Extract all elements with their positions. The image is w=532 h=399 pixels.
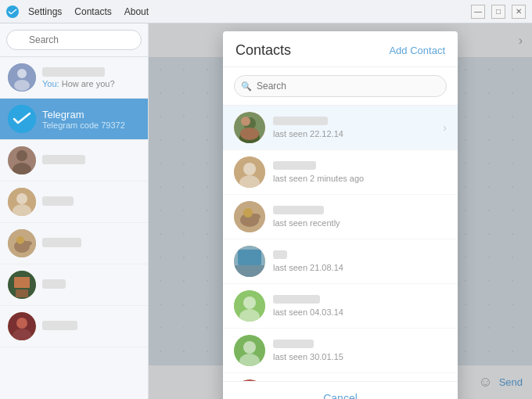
chat-name [42, 67, 115, 79]
chat-info [42, 279, 66, 291]
contacts-list: last seen 22.12.14 › [223, 106, 458, 381]
svg-point-31 [251, 214, 261, 220]
title-bar-menu: Settings Contacts About [28, 6, 149, 17]
chat-info [42, 321, 77, 332]
contact-name [273, 295, 447, 307]
chat-name [42, 238, 81, 250]
contact-avatar [234, 246, 265, 277]
contact-info: last seen 22.12.14 [273, 117, 443, 138]
menu-contacts[interactable]: Contacts [74, 6, 111, 17]
chat-item[interactable] [0, 223, 148, 264]
svg-point-9 [16, 193, 27, 204]
contact-name [273, 340, 447, 351]
contact-item[interactable]: last seen 30.01.15 [223, 329, 458, 373]
maximize-button[interactable]: □ [491, 5, 505, 19]
contact-info: last seen 2 minutes ago [273, 161, 447, 183]
contact-info: last seen 30.01.15 [273, 340, 447, 361]
app-logo [6, 5, 19, 18]
chat-preview: You: How are you? [42, 79, 115, 88]
contact-item[interactable]: last seen 2 minutes ago [223, 150, 458, 195]
chat-name [42, 321, 77, 332]
chat-info [42, 155, 85, 167]
chat-preview: Telegram code 79372 [42, 120, 125, 130]
avatar [8, 271, 36, 299]
minimize-button[interactable]: — [471, 5, 485, 19]
sidebar-search-input[interactable] [6, 30, 142, 50]
avatar [8, 63, 36, 92]
chat-item[interactable] [0, 264, 148, 306]
contact-name: e [273, 250, 447, 262]
svg-rect-34 [238, 250, 261, 265]
title-bar-controls: — □ ✕ [471, 5, 526, 19]
chat-name [42, 279, 66, 291]
avatar [8, 229, 36, 257]
svg-point-24 [241, 117, 250, 126]
svg-point-37 [243, 297, 256, 309]
avatar [8, 146, 36, 174]
chat-info: You: How are you? [42, 67, 115, 88]
svg-point-19 [16, 318, 27, 329]
contact-item[interactable]: last seen recently [223, 195, 458, 239]
chat-item[interactable] [0, 140, 148, 182]
modal-search-input[interactable] [234, 75, 447, 97]
contact-name [273, 117, 443, 128]
contact-item[interactable]: e last seen 21.08.14 [223, 239, 458, 284]
svg-point-32 [243, 208, 253, 217]
avatar [8, 312, 36, 340]
sidebar: 🔍 You: How are you? [0, 23, 149, 399]
contact-name [273, 206, 447, 217]
title-bar-left: Settings Contacts About [6, 5, 149, 18]
svg-point-25 [240, 128, 259, 140]
chat-name [42, 196, 74, 208]
contact-item[interactable]: last seen 04.03.14 [223, 284, 458, 329]
chat-name: Telegram [42, 109, 125, 120]
menu-about[interactable]: About [124, 6, 149, 17]
contact-name [273, 161, 447, 173]
contact-avatar [234, 112, 265, 143]
chat-item[interactable] [0, 182, 148, 223]
svg-point-3 [14, 80, 30, 91]
contact-chevron-icon: › [443, 121, 447, 134]
chat-info [42, 238, 81, 250]
contact-info: e last seen 21.08.14 [273, 250, 447, 272]
modal-overlay: Contacts Add Contact 🔍 [149, 23, 532, 399]
main-layout: 🔍 You: How are you? [0, 23, 532, 399]
svg-point-0 [6, 5, 19, 18]
svg-point-2 [17, 69, 27, 78]
contact-status: last seen 2 minutes ago [273, 174, 447, 183]
svg-rect-16 [14, 277, 30, 288]
chat-item[interactable] [0, 306, 148, 347]
chat-name [42, 155, 85, 167]
contact-status: last seen 21.08.14 [273, 263, 447, 272]
contact-item[interactable]: last seen 22.12.14 › [223, 106, 458, 150]
contact-info: last seen 04.03.14 [273, 295, 447, 317]
contact-status: last seen 30.01.15 [273, 352, 447, 361]
app-window: Settings Contacts About — □ ✕ 🔍 [0, 0, 532, 399]
modal-title: Contacts [235, 42, 291, 59]
modal-search-container: 🔍 [223, 67, 458, 106]
contact-info: last seen recently [273, 206, 447, 228]
avatar-telegram [8, 105, 36, 133]
title-bar: Settings Contacts About — □ ✕ [0, 0, 532, 23]
chat-list: You: How are you? Telegram Telegram [0, 57, 148, 399]
contact-item[interactable]: • last seen 5 minutes ago [223, 373, 458, 381]
chat-info: Telegram Telegram code 79372 [42, 109, 125, 130]
svg-point-27 [243, 163, 256, 175]
chat-item-telegram[interactable]: Telegram Telegram code 79372 [0, 99, 148, 140]
close-button[interactable]: ✕ [512, 5, 526, 19]
chat-item[interactable]: You: How are you? [0, 57, 148, 99]
svg-rect-42 [234, 379, 265, 381]
contact-avatar [234, 335, 265, 366]
svg-point-14 [16, 236, 24, 244]
modal-search-icon: 🔍 [241, 81, 252, 92]
contact-avatar [234, 156, 265, 188]
cancel-button[interactable]: Cancel [323, 392, 358, 399]
menu-settings[interactable]: Settings [28, 6, 62, 17]
contact-avatar [234, 201, 265, 232]
svg-rect-35 [234, 265, 265, 277]
add-contact-button[interactable]: Add Contact [389, 45, 445, 56]
chat-info [42, 196, 74, 208]
contact-avatar [234, 290, 265, 322]
contacts-modal: Contacts Add Contact 🔍 [223, 31, 458, 399]
sidebar-search-container: 🔍 [0, 23, 148, 57]
